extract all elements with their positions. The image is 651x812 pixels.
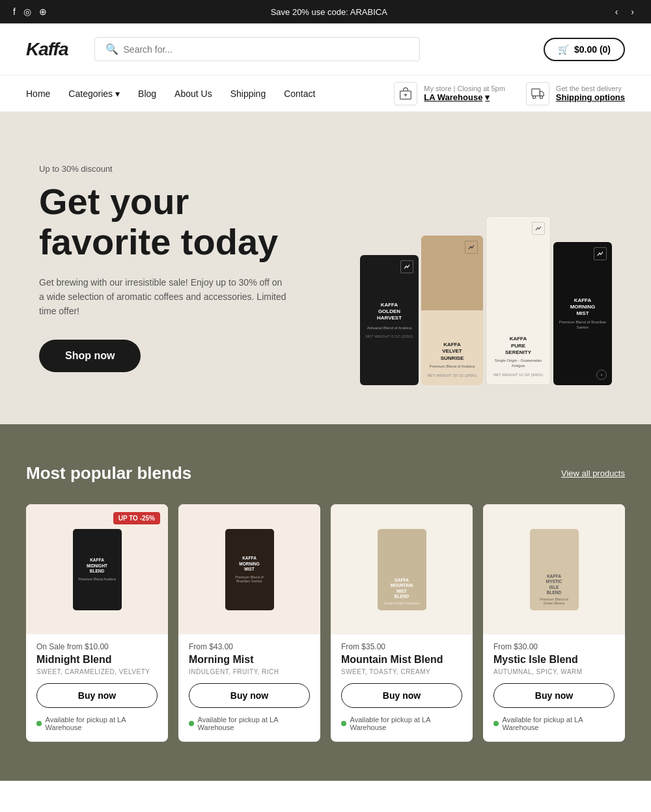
bag2-name: KaffaVELVETSUNRISE: [441, 342, 464, 362]
product-price: From $35.00: [341, 642, 462, 651]
nav-shipping[interactable]: Shipping: [230, 88, 266, 99]
product-image-area: KaffaMountainMistBLEND Single Origin Eth…: [331, 504, 473, 634]
shop-now-button[interactable]: Shop now: [39, 340, 141, 372]
warehouse-link[interactable]: LA Warehouse ▾: [424, 92, 505, 102]
svg-point-4: [533, 96, 535, 98]
availability-text: Available for pickup at LA Warehouse: [46, 716, 158, 731]
product-bag-image: KaffaMORNINGMIST Premium Blend of Brazil…: [225, 529, 274, 610]
shipping-info: Get the best delivery Shipping options: [526, 82, 625, 105]
prev-announcement-button[interactable]: ‹: [611, 5, 622, 18]
search-bar[interactable]: 🔍: [94, 37, 420, 61]
hero-title: Get your favorite today: [39, 182, 312, 262]
bag3-name: KaffaPURESERENITY: [505, 336, 531, 356]
product-bag-image: KaffaMYSTICISLEBLEND Premium Blend of Gr…: [530, 529, 579, 610]
nav-home[interactable]: Home: [26, 88, 50, 99]
buy-now-button[interactable]: Buy now: [493, 683, 615, 708]
nav-blog[interactable]: Blog: [138, 88, 156, 99]
product-tags: SWEET, CARAMELIZED, VELVETY: [36, 668, 158, 675]
products-grid: UP TO -25% KaffaMIDNIGHTBLEND Premium Bl…: [26, 504, 625, 742]
navigation: Home Categories ▾ Blog About Us Shipping…: [0, 75, 651, 112]
nav-about[interactable]: About Us: [174, 88, 212, 99]
product-tags: AUTUMNAL, SPICY, WARM: [493, 668, 615, 675]
hero-content: Up to 30% discount Get your favorite tod…: [39, 164, 326, 372]
cart-button[interactable]: 🛒 $0.00 (0): [544, 38, 625, 61]
availability-dot: [36, 721, 42, 726]
bag-golden-harvest: KaffaGOLDENHARVEST Artisanal Blend of Ar…: [360, 255, 419, 385]
next-announcement-button[interactable]: ›: [627, 5, 638, 18]
bag-velvet-sunrise: KaffaVELVETSUNRISE Premium Blend of Arab…: [421, 236, 483, 385]
products-title: Most popular blends: [26, 463, 191, 483]
product-info: From $30.00 Mystic Isle Blend AUTUMNAL, …: [483, 642, 625, 675]
coffee-bags: KaffaGOLDENHARVEST Artisanal Blend of Ar…: [360, 151, 612, 385]
svg-point-5: [540, 96, 542, 98]
instagram-icon[interactable]: ◎: [23, 7, 31, 17]
chevron-down-icon: ▾: [115, 88, 120, 99]
cart-total: $0.00 (0): [574, 44, 611, 55]
product-price: On Sale from $10.00: [36, 642, 158, 651]
product-card: KaffaMORNINGMIST Premium Blend of Brazil…: [178, 504, 320, 742]
hero-image: KaffaGOLDENHARVEST Artisanal Blend of Ar…: [326, 151, 612, 385]
bag-pure-serenity: KaffaPURESERENITY Single Origin - Guatem…: [486, 216, 551, 385]
product-bag-image: KaffaMIDNIGHTBLEND Premium Blend Arabica: [73, 529, 122, 610]
logo[interactable]: Kaffa: [26, 39, 68, 60]
product-image-area: KaffaMORNINGMIST Premium Blend of Brazil…: [178, 504, 320, 634]
nav-categories[interactable]: Categories ▾: [68, 88, 120, 99]
product-info: On Sale from $10.00 Midnight Blend SWEET…: [26, 642, 168, 675]
facebook-icon[interactable]: f: [13, 7, 16, 17]
bag3-sub: Single Origin - Guatemalan Antigua: [492, 359, 545, 369]
availability-dot: [341, 721, 346, 726]
bag-morning-mist: KaffaMORNINGMIST Premium Blend of Brazil…: [553, 242, 612, 385]
header: Kaffa 🔍 🛒 $0.00 (0): [0, 23, 651, 75]
availability: Available for pickup at LA Warehouse: [331, 716, 473, 731]
shipping-options-link[interactable]: Shipping options: [556, 92, 625, 102]
product-price: From $43.00: [189, 642, 310, 651]
search-input[interactable]: [124, 44, 409, 55]
buy-now-button[interactable]: Buy now: [341, 683, 462, 708]
delivery-label: Get the best delivery: [556, 85, 625, 92]
shipping-details: Get the best delivery Shipping options: [556, 85, 625, 102]
sale-badge: UP TO -25%: [113, 512, 160, 524]
availability-text: Available for pickup at LA Warehouse: [198, 716, 310, 731]
svg-rect-3: [532, 88, 540, 96]
view-all-link[interactable]: View all products: [561, 468, 625, 478]
buy-now-button[interactable]: Buy now: [36, 683, 158, 708]
chevron-down-icon: ▾: [485, 92, 490, 102]
products-header: Most popular blends View all products: [26, 463, 625, 483]
availability-text: Available for pickup at LA Warehouse: [503, 716, 615, 731]
pinterest-icon[interactable]: ⊕: [39, 7, 47, 17]
search-icon: 🔍: [105, 43, 118, 55]
cart-icon: 🛒: [558, 44, 569, 55]
bag4-sub: Premium Blend of Brazilian Santos: [559, 320, 607, 331]
store-info: My store | Closing at 5pm LA Warehouse ▾: [394, 82, 505, 105]
availability: Available for pickup at LA Warehouse: [178, 716, 320, 731]
availability: Available for pickup at LA Warehouse: [26, 716, 168, 731]
product-name: Morning Mist: [189, 654, 310, 666]
bag1-name: KaffaGOLDENHARVEST: [377, 302, 402, 322]
product-name: Midnight Blend: [36, 654, 158, 666]
hero-description: Get brewing with our irresistible sale! …: [39, 275, 286, 319]
nav-contact[interactable]: Contact: [284, 88, 315, 99]
product-tags: INDULGENT, FRUITY, RICH: [189, 668, 310, 675]
product-info: From $35.00 Mountain Mist Blend SWEET, T…: [331, 642, 473, 675]
product-price: From $30.00: [493, 642, 615, 651]
buy-now-button[interactable]: Buy now: [189, 683, 310, 708]
discount-badge: Up to 30% discount: [39, 164, 326, 174]
product-card: UP TO -25% KaffaMIDNIGHTBLEND Premium Bl…: [26, 504, 168, 742]
product-card: KaffaMYSTICISLEBLEND Premium Blend of Gr…: [483, 504, 625, 742]
nav-store-section: My store | Closing at 5pm LA Warehouse ▾…: [394, 82, 625, 105]
bag2-weight: NET WEIGHT 10 OZ (283G): [427, 373, 477, 377]
product-info: From $43.00 Morning Mist INDULGENT, FRUI…: [178, 642, 320, 675]
closing-label: My store | Closing at 5pm: [424, 85, 505, 92]
bag2-sub: Premium Blend of Arabica: [430, 364, 475, 370]
product-tags: SWEET, TOASTY, CREAMY: [341, 668, 462, 675]
why-section: Why shop at Kaffa: [0, 781, 651, 812]
hero-section: Up to 30% discount Get your favorite tod…: [0, 112, 651, 424]
bag1-sub: Artisanal Blend of Arabica: [367, 326, 412, 331]
social-icons: f ◎ ⊕: [13, 7, 47, 17]
product-bag-image: KaffaMountainMistBLEND Single Origin Eth…: [378, 529, 426, 610]
availability-dot: [189, 721, 194, 726]
products-section: Most popular blends View all products UP…: [0, 424, 651, 781]
product-image-area: KaffaMYSTICISLEBLEND Premium Blend of Gr…: [483, 504, 625, 634]
shipping-icon: [526, 82, 549, 105]
bag1-weight: NET WEIGHT 8 OZ (226G): [366, 334, 413, 338]
